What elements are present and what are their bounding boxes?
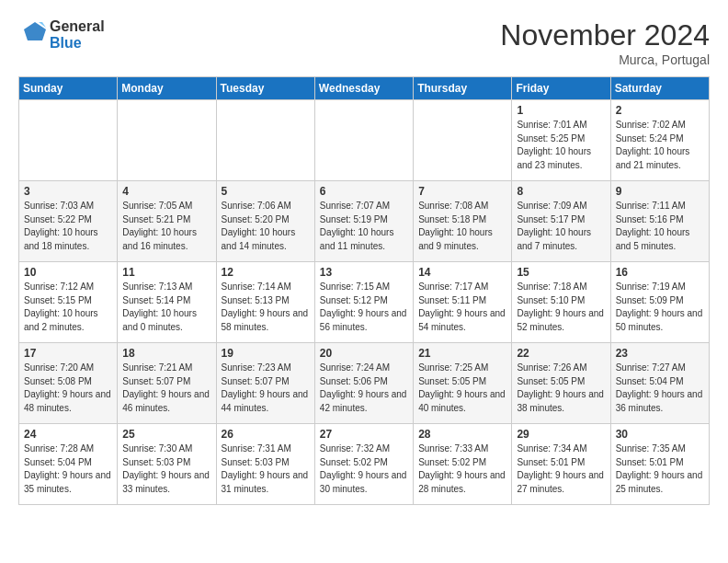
- day-info: Sunrise: 7:27 AM Sunset: 5:04 PM Dayligh…: [616, 362, 704, 415]
- day-info: Sunrise: 7:33 AM Sunset: 5:02 PM Dayligh…: [418, 442, 506, 496]
- day-number: 7: [418, 185, 506, 198]
- day-info: Sunrise: 7:32 AM Sunset: 5:02 PM Dayligh…: [320, 442, 408, 496]
- day-number: 23: [616, 347, 704, 360]
- day-info: Sunrise: 7:24 AM Sunset: 5:06 PM Dayligh…: [320, 362, 408, 415]
- day-number: 9: [616, 185, 704, 198]
- day-info: Sunrise: 7:02 AM Sunset: 5:24 PM Dayligh…: [616, 119, 704, 172]
- day-number: 29: [517, 428, 605, 441]
- calendar-cell: 16Sunrise: 7:19 AM Sunset: 5:09 PM Dayli…: [610, 262, 709, 343]
- day-info: Sunrise: 7:08 AM Sunset: 5:18 PM Dayligh…: [418, 200, 506, 253]
- day-number: 8: [517, 185, 605, 198]
- calendar-cell: 25Sunrise: 7:30 AM Sunset: 5:03 PM Dayli…: [118, 424, 216, 505]
- calendar-cell: 17Sunrise: 7:20 AM Sunset: 5:08 PM Dayli…: [19, 343, 118, 424]
- header-friday: Friday: [512, 77, 610, 100]
- calendar-cell: 19Sunrise: 7:23 AM Sunset: 5:07 PM Dayli…: [216, 343, 314, 424]
- page-header: General Blue November 2024 Murca, Portug…: [18, 18, 710, 67]
- calendar-week-row: 1Sunrise: 7:01 AM Sunset: 5:25 PM Daylig…: [19, 100, 710, 181]
- calendar-cell: 20Sunrise: 7:24 AM Sunset: 5:06 PM Dayli…: [314, 343, 413, 424]
- day-info: Sunrise: 7:05 AM Sunset: 5:21 PM Dayligh…: [122, 200, 210, 253]
- day-info: Sunrise: 7:31 AM Sunset: 5:03 PM Dayligh…: [222, 442, 310, 496]
- day-info: Sunrise: 7:19 AM Sunset: 5:09 PM Dayligh…: [616, 281, 704, 334]
- header-sunday: Sunday: [19, 77, 118, 100]
- day-number: 24: [24, 428, 112, 441]
- calendar-cell: 24Sunrise: 7:28 AM Sunset: 5:04 PM Dayli…: [19, 424, 118, 505]
- calendar-cell: [414, 100, 512, 181]
- calendar-cell: 14Sunrise: 7:17 AM Sunset: 5:11 PM Dayli…: [414, 262, 512, 343]
- day-info: Sunrise: 7:34 AM Sunset: 5:01 PM Dayligh…: [517, 442, 605, 496]
- day-info: Sunrise: 7:17 AM Sunset: 5:11 PM Dayligh…: [418, 281, 506, 334]
- calendar-cell: 4Sunrise: 7:05 AM Sunset: 5:21 PM Daylig…: [118, 181, 216, 262]
- calendar-cell: 5Sunrise: 7:06 AM Sunset: 5:20 PM Daylig…: [216, 181, 314, 262]
- day-number: 14: [418, 266, 506, 279]
- calendar-cell: 6Sunrise: 7:07 AM Sunset: 5:19 PM Daylig…: [314, 181, 413, 262]
- day-number: 18: [122, 347, 210, 360]
- header-wednesday: Wednesday: [314, 77, 413, 100]
- day-number: 12: [222, 266, 310, 279]
- calendar-cell: 29Sunrise: 7:34 AM Sunset: 5:01 PM Dayli…: [512, 424, 610, 505]
- calendar-cell: 15Sunrise: 7:18 AM Sunset: 5:10 PM Dayli…: [512, 262, 610, 343]
- day-info: Sunrise: 7:35 AM Sunset: 5:01 PM Dayligh…: [616, 442, 704, 496]
- day-info: Sunrise: 7:11 AM Sunset: 5:16 PM Dayligh…: [616, 200, 704, 253]
- calendar-cell: [19, 100, 118, 181]
- day-number: 26: [222, 428, 310, 441]
- calendar-cell: 1Sunrise: 7:01 AM Sunset: 5:25 PM Daylig…: [512, 100, 610, 181]
- calendar-week-row: 24Sunrise: 7:28 AM Sunset: 5:04 PM Dayli…: [19, 424, 710, 505]
- day-number: 28: [418, 428, 506, 441]
- calendar-cell: 18Sunrise: 7:21 AM Sunset: 5:07 PM Dayli…: [118, 343, 216, 424]
- calendar-table: Sunday Monday Tuesday Wednesday Thursday…: [18, 76, 710, 505]
- calendar-body: 1Sunrise: 7:01 AM Sunset: 5:25 PM Daylig…: [19, 100, 710, 505]
- calendar-cell: 30Sunrise: 7:35 AM Sunset: 5:01 PM Dayli…: [610, 424, 709, 505]
- day-number: 6: [320, 185, 408, 198]
- calendar-week-row: 17Sunrise: 7:20 AM Sunset: 5:08 PM Dayli…: [19, 343, 710, 424]
- day-info: Sunrise: 7:21 AM Sunset: 5:07 PM Dayligh…: [122, 362, 210, 415]
- day-info: Sunrise: 7:28 AM Sunset: 5:04 PM Dayligh…: [24, 442, 112, 496]
- calendar-cell: [216, 100, 314, 181]
- day-info: Sunrise: 7:07 AM Sunset: 5:19 PM Dayligh…: [320, 200, 408, 253]
- day-info: Sunrise: 7:23 AM Sunset: 5:07 PM Dayligh…: [222, 362, 310, 415]
- day-number: 3: [24, 185, 112, 198]
- calendar-header-row: Sunday Monday Tuesday Wednesday Thursday…: [19, 77, 710, 100]
- calendar-cell: 23Sunrise: 7:27 AM Sunset: 5:04 PM Dayli…: [610, 343, 709, 424]
- day-number: 13: [320, 266, 408, 279]
- calendar-cell: 22Sunrise: 7:26 AM Sunset: 5:05 PM Dayli…: [512, 343, 610, 424]
- logo: General Blue: [18, 18, 105, 52]
- day-number: 30: [616, 428, 704, 441]
- day-number: 19: [222, 347, 310, 360]
- calendar-cell: 3Sunrise: 7:03 AM Sunset: 5:22 PM Daylig…: [19, 181, 118, 262]
- day-info: Sunrise: 7:14 AM Sunset: 5:13 PM Dayligh…: [222, 281, 310, 334]
- calendar-cell: 12Sunrise: 7:14 AM Sunset: 5:13 PM Dayli…: [216, 262, 314, 343]
- day-info: Sunrise: 7:09 AM Sunset: 5:17 PM Dayligh…: [517, 200, 605, 253]
- day-info: Sunrise: 7:26 AM Sunset: 5:05 PM Dayligh…: [517, 362, 605, 415]
- calendar-cell: 26Sunrise: 7:31 AM Sunset: 5:03 PM Dayli…: [216, 424, 314, 505]
- day-number: 10: [24, 266, 112, 279]
- title-block: November 2024 Murca, Portugal: [500, 18, 710, 67]
- logo-blue: Blue: [50, 35, 82, 51]
- day-number: 5: [222, 185, 310, 198]
- calendar-cell: 10Sunrise: 7:12 AM Sunset: 5:15 PM Dayli…: [19, 262, 118, 343]
- header-thursday: Thursday: [414, 77, 512, 100]
- day-info: Sunrise: 7:06 AM Sunset: 5:20 PM Dayligh…: [222, 200, 310, 253]
- day-number: 15: [517, 266, 605, 279]
- day-info: Sunrise: 7:18 AM Sunset: 5:10 PM Dayligh…: [517, 281, 605, 334]
- day-info: Sunrise: 7:12 AM Sunset: 5:15 PM Dayligh…: [24, 281, 112, 334]
- header-tuesday: Tuesday: [216, 77, 314, 100]
- day-info: Sunrise: 7:15 AM Sunset: 5:12 PM Dayligh…: [320, 281, 408, 334]
- day-number: 17: [24, 347, 112, 360]
- header-monday: Monday: [118, 77, 216, 100]
- day-number: 2: [616, 104, 704, 117]
- calendar-cell: 21Sunrise: 7:25 AM Sunset: 5:05 PM Dayli…: [414, 343, 512, 424]
- calendar-week-row: 10Sunrise: 7:12 AM Sunset: 5:15 PM Dayli…: [19, 262, 710, 343]
- day-number: 11: [122, 266, 210, 279]
- day-number: 21: [418, 347, 506, 360]
- day-info: Sunrise: 7:03 AM Sunset: 5:22 PM Dayligh…: [24, 200, 112, 253]
- day-info: Sunrise: 7:13 AM Sunset: 5:14 PM Dayligh…: [122, 281, 210, 334]
- month-title: November 2024: [500, 18, 710, 52]
- day-number: 25: [122, 428, 210, 441]
- day-number: 16: [616, 266, 704, 279]
- day-number: 22: [517, 347, 605, 360]
- calendar-cell: [314, 100, 413, 181]
- location-subtitle: Murca, Portugal: [500, 52, 710, 67]
- day-info: Sunrise: 7:30 AM Sunset: 5:03 PM Dayligh…: [122, 442, 210, 496]
- calendar-cell: 2Sunrise: 7:02 AM Sunset: 5:24 PM Daylig…: [610, 100, 709, 181]
- day-number: 27: [320, 428, 408, 441]
